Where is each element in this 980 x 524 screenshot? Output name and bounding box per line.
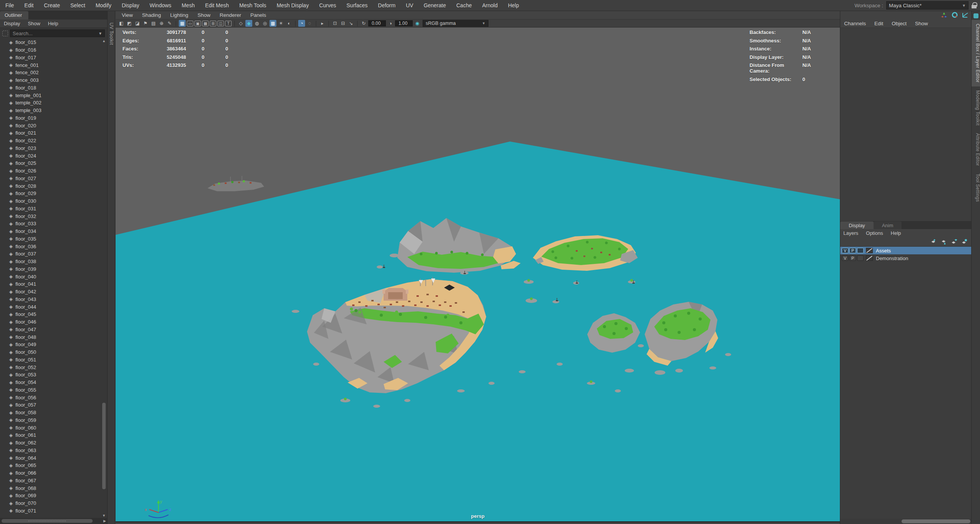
menu-item[interactable]: Cache <box>456 2 472 8</box>
exposure-field[interactable]: 0.00 <box>368 20 386 26</box>
outliner-item[interactable]: ◈ floor_037 <box>0 250 101 258</box>
pan-zoom-icon[interactable]: ⊕ <box>158 20 165 27</box>
grid-icon[interactable]: ▦ <box>179 20 186 27</box>
outliner-item[interactable]: ◈ floor_016 <box>0 46 101 54</box>
outliner-item[interactable]: ◈ floor_067 <box>0 477 101 485</box>
lighting-icon[interactable]: ☀ <box>278 20 284 27</box>
filter-icon[interactable] <box>2 31 8 36</box>
viewport-menu-item[interactable]: Lighting <box>170 12 188 18</box>
image-plane-icon[interactable]: ▤ <box>150 20 157 27</box>
layer-editor-menu-item[interactable]: Options <box>866 230 883 236</box>
outliner-item[interactable]: ◈ floor_048 <box>0 333 101 341</box>
outliner-item[interactable]: ◈ floor_047 <box>0 326 101 334</box>
menu-item[interactable]: Deform <box>378 2 395 8</box>
menu-item[interactable]: Curves <box>319 2 336 8</box>
outliner-item[interactable]: ◈ floor_064 <box>0 454 101 462</box>
outliner-item[interactable]: ◈ floor_032 <box>0 212 101 220</box>
tab-display[interactable]: Display <box>840 221 874 229</box>
menu-item[interactable]: Windows <box>150 2 172 8</box>
outliner-item[interactable]: ◈ floor_040 <box>0 273 101 280</box>
outliner-item[interactable]: ◈ floor_068 <box>0 484 101 492</box>
outliner-item[interactable]: ◈ floor_049 <box>0 341 101 348</box>
tab-channel-box-layer-editor[interactable]: Channel Box / Layer Editor <box>972 20 980 86</box>
viewport-menu-item[interactable]: Show <box>198 12 211 18</box>
outliner-item[interactable]: ◈ floor_069 <box>0 492 101 500</box>
select-camera-icon[interactable]: ◧ <box>118 20 125 27</box>
menu-item[interactable]: Arnold <box>482 2 497 8</box>
outliner-item[interactable]: ◈ floor_025 <box>0 159 101 167</box>
layer-visible-toggle[interactable]: V <box>842 255 848 261</box>
layer-new-from-selected-icon[interactable] <box>960 239 967 245</box>
layer-playback-toggle[interactable]: P <box>849 255 856 261</box>
exposure-icon[interactable]: ↻ <box>360 20 367 27</box>
layer-row-assets[interactable]: V P Assets <box>840 247 971 254</box>
bookmark-icon[interactable]: ⚑ <box>142 20 149 27</box>
outliner-item[interactable]: ◈ floor_038 <box>0 258 101 265</box>
channel-box-menu-item[interactable]: Edit <box>874 21 883 26</box>
outliner-item[interactable]: ◈ floor_056 <box>0 394 101 401</box>
outliner-item[interactable]: ◈ temple_003 <box>0 107 101 114</box>
outliner-menu-item[interactable]: Display <box>4 21 20 26</box>
outliner-menu-item[interactable]: Help <box>48 21 58 26</box>
outliner-item[interactable]: ◈ floor_058 <box>0 409 101 417</box>
outliner-item[interactable]: ◈ floor_022 <box>0 137 101 145</box>
outliner-item[interactable]: ◈ floor_044 <box>0 303 101 311</box>
outliner-item[interactable]: ◈ floor_045 <box>0 311 101 318</box>
outliner-item[interactable]: ◈ floor_070 <box>0 500 101 507</box>
view-transform-select[interactable]: sRGB gamma ▼ <box>423 20 488 27</box>
outliner-tab[interactable]: Outliner <box>0 11 28 20</box>
safe-title-icon[interactable]: T <box>225 21 232 26</box>
outliner-item[interactable]: ◈ fence_003 <box>0 76 101 84</box>
menu-item[interactable]: Edit <box>24 2 34 8</box>
outliner-item[interactable]: ◈ floor_060 <box>0 424 101 431</box>
graph-icon[interactable] <box>962 12 969 18</box>
tab-anim[interactable]: Anim <box>874 221 902 229</box>
tab-attribute-editor[interactable]: Attribute Editor <box>972 129 980 170</box>
outliner-item[interactable]: ◈ floor_057 <box>0 401 101 409</box>
outliner-item[interactable]: ◈ floor_023 <box>0 145 101 152</box>
outliner-item[interactable]: ◈ temple_002 <box>0 99 101 107</box>
outliner-item[interactable]: ◈ floor_042 <box>0 288 101 296</box>
menu-item[interactable]: Edit Mesh <box>205 2 229 8</box>
outliner-item[interactable]: ◈ floor_055 <box>0 386 101 394</box>
gamma-correct-icon[interactable]: ◉ <box>414 20 421 27</box>
outliner-item[interactable]: ◈ floor_024 <box>0 152 101 159</box>
outliner-item[interactable]: ◈ fence_001 <box>0 61 101 69</box>
outliner-item[interactable]: ◈ floor_035 <box>0 235 101 243</box>
outliner-item[interactable]: ◈ floor_059 <box>0 417 101 424</box>
channel-box-menu-item[interactable]: Show <box>915 21 928 26</box>
channel-box-menu-item[interactable]: Object <box>892 21 906 26</box>
layer-color-swatch[interactable] <box>866 255 873 261</box>
layer-row-demonstration[interactable]: V P Demonstration <box>840 254 971 262</box>
menu-item[interactable]: Help <box>508 2 519 8</box>
menu-item[interactable]: Select <box>70 2 85 8</box>
outliner-item[interactable]: ◈ floor_061 <box>0 431 101 439</box>
scrollbar-thumb[interactable] <box>902 519 970 523</box>
outliner-item[interactable]: ◈ floor_027 <box>0 175 101 182</box>
default-material-icon[interactable]: ◎ <box>261 20 268 27</box>
fit-resolution-icon[interactable]: ↘ <box>348 20 354 27</box>
outliner-item[interactable]: ◈ floor_029 <box>0 190 101 197</box>
grease-pencil-icon[interactable]: ✎ <box>166 20 173 27</box>
contrast-icon[interactable]: ◑ <box>387 20 394 27</box>
viewport-menu-item[interactable]: Shading <box>142 12 161 18</box>
menu-item[interactable]: Generate <box>424 2 446 8</box>
occlusion-icon[interactable]: ◔ <box>298 20 305 27</box>
outliner-item[interactable]: ◈ floor_043 <box>0 296 101 303</box>
outliner-item[interactable]: ◈ floor_050 <box>0 348 101 356</box>
film-gate-icon[interactable]: ▭ <box>187 21 193 26</box>
tab-tool-settings[interactable]: Tool Settings <box>972 170 980 206</box>
outliner-item[interactable]: ◈ floor_054 <box>0 379 101 386</box>
wireframe-icon[interactable]: ◇ <box>237 20 244 27</box>
outliner-item[interactable]: ◈ floor_020 <box>0 122 101 129</box>
scroll-up-icon[interactable]: ▲ <box>101 39 106 43</box>
outliner-item[interactable]: ◈ floor_041 <box>0 280 101 288</box>
outliner-item[interactable]: ◈ floor_028 <box>0 182 101 190</box>
menu-item[interactable]: Modify <box>96 2 111 8</box>
menu-item[interactable]: UV <box>406 2 413 8</box>
safe-action-icon[interactable]: ◫ <box>217 21 224 26</box>
outliner-item[interactable]: ◈ floor_053 <box>0 371 101 379</box>
viewport-menu-item[interactable]: Renderer <box>220 12 241 18</box>
scroll-down-icon[interactable]: ▼ <box>101 513 106 518</box>
outliner-item[interactable]: ◈ floor_062 <box>0 439 101 447</box>
